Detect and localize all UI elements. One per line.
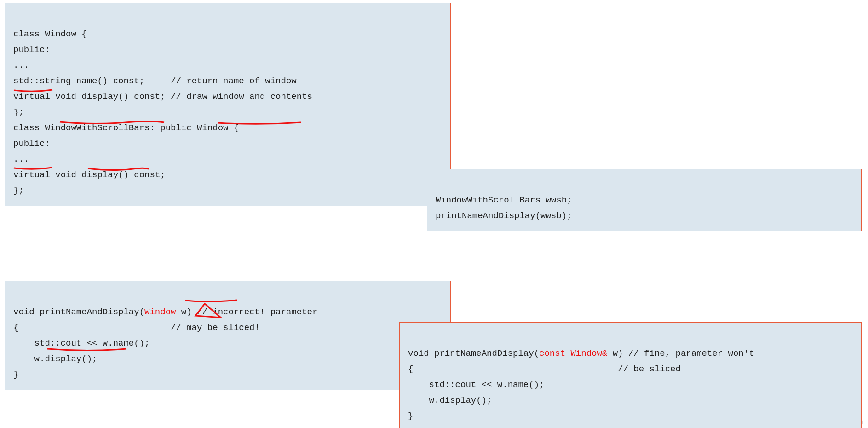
code-line: ... xyxy=(13,154,29,164)
code-line: void printNameAndDisplay(const Window& w… xyxy=(408,348,754,359)
code-line: w.display(); xyxy=(13,354,97,364)
code-line: }; xyxy=(13,107,24,117)
code-line: virtual void display() const; // draw wi… xyxy=(13,92,312,102)
code-line: }; xyxy=(13,185,24,196)
code-box-usage: WindowWithScrollBars wwsb; printNameAndD… xyxy=(427,169,862,231)
code-line: { // be sliced xyxy=(408,364,681,374)
code-line: class Window { xyxy=(13,29,87,39)
code-line: w.display(); xyxy=(408,395,492,405)
code-box-incorrect-fn: void printNameAndDisplay(Window w) // in… xyxy=(5,281,451,390)
code-line: class WindowWithScrollBars: public Windo… xyxy=(13,123,239,133)
code-line: printNameAndDisplay(wwsb); xyxy=(436,211,572,221)
code-line: std::cout << w.name(); xyxy=(408,380,544,390)
code-line: virtual void display() const; xyxy=(13,170,166,180)
code-line: void printNameAndDisplay(Window w) // in… xyxy=(13,307,317,317)
code-line: public: xyxy=(13,45,50,55)
code-line: public: xyxy=(13,139,50,149)
code-line: std::string name() const; // return name… xyxy=(13,76,297,86)
code-line: WindowWithScrollBars wwsb; xyxy=(436,195,572,205)
code-box-window-classes: class Window { public: ... std::string n… xyxy=(5,3,451,206)
code-line: { // may be sliced! xyxy=(13,323,260,333)
code-line: } xyxy=(408,411,413,421)
code-line: } xyxy=(13,370,18,380)
code-box-correct-fn: void printNameAndDisplay(const Window& w… xyxy=(399,322,862,428)
code-line: std::cout << w.name(); xyxy=(13,338,149,348)
code-line: ... xyxy=(13,60,29,70)
